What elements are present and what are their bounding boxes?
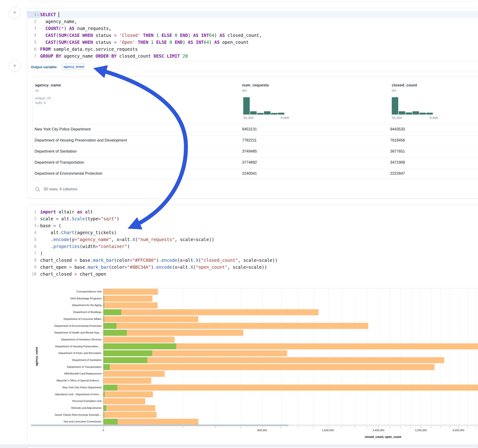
gridline — [411, 288, 411, 425]
histogram-bar — [399, 111, 405, 115]
bar-closed-count — [104, 296, 152, 302]
y-axis-label: Refunds and Adjustments — [27, 404, 101, 411]
y-axis-label: Personal Exemption Unit — [27, 398, 101, 404]
y-axis-label: New York City Police Department — [27, 384, 101, 391]
add-cell-button-top[interactable]: + — [9, 7, 21, 19]
gridline — [390, 288, 390, 425]
bar-open-count — [104, 343, 176, 349]
bar-open-count — [104, 316, 104, 322]
gridline — [342, 288, 342, 425]
bar-open-count — [104, 419, 118, 425]
column-name: num_requests — [242, 83, 269, 87]
table-row: Department of Transportation377489234719… — [33, 157, 478, 168]
line-number: 4 — [27, 32, 37, 39]
x-axis-tick — [378, 426, 379, 428]
gridline — [355, 288, 355, 425]
previous-cell-edge — [27, 0, 476, 1]
result-table-card: agency_namestrunique: 20nulls: 0num_requ… — [32, 76, 478, 179]
line-number: 3 — [27, 25, 37, 32]
y-axis-label: Operations Unit - Department of Hom… — [27, 391, 101, 398]
y-axis-label: Department of Consumer Affairs — [27, 316, 101, 322]
code-line: 6FROM sample_data.nyc.service_requests — [27, 46, 478, 53]
histogram-max-label: 9.5e6 — [281, 116, 289, 120]
histogram-bar — [250, 111, 257, 115]
x-axis-tick — [431, 426, 431, 428]
bar-closed-count — [104, 337, 175, 343]
cell-agency-name: Department of Transportation — [35, 160, 84, 165]
code-text: .encode(y="agency_name", x=alt.X("num_re… — [40, 236, 214, 243]
gridline — [281, 288, 281, 425]
x-axis-tick — [421, 426, 421, 428]
collapse-caret-icon[interactable]: ∨ — [37, 222, 40, 229]
gridline — [328, 288, 328, 425]
search-icon[interactable] — [35, 187, 40, 192]
column-name: agency_name — [35, 83, 61, 87]
y-axis-label: DHS Advantage Programs — [27, 295, 101, 302]
code-text: CAST(SUM(CASE WHEN status = 'Open' THEN … — [40, 39, 249, 46]
bar-closed-count — [104, 309, 318, 315]
x-axis-tick — [281, 426, 281, 428]
sql-code-editor[interactable]: 1∨SELECT 2 agency_name,3 COUNT(*) AS num… — [27, 11, 478, 59]
line-number: 1 — [27, 11, 37, 18]
column-meta: unique: 20 — [35, 96, 61, 100]
cell-value: 7782211 — [242, 138, 257, 143]
code-line: 4 CAST(SUM(CASE WHEN status = 'Closed' T… — [27, 32, 478, 39]
x-axis-tick-label: 4,000,000 — [453, 429, 464, 432]
line-number: 7 — [27, 53, 37, 59]
code-line: 7GROUP BY agency_name ORDER BY closed_co… — [27, 53, 478, 59]
y-axis-label: Department of Homeless Services — [27, 336, 101, 343]
code-text: .properties(width="container") — [40, 243, 130, 250]
line-number: 7 — [27, 250, 37, 257]
code-text: CAST(SUM(CASE WHEN status = 'Closed' THE… — [40, 32, 262, 39]
code-text: import altair as alt — [40, 208, 93, 215]
code-line: 5 CAST(SUM(CASE WHEN status = 'Open' THE… — [27, 39, 478, 46]
code-line: 9chart_open = base.mark_bar(color="#8BC3… — [27, 264, 478, 271]
output-variable-input[interactable]: agency_tickets — [62, 64, 84, 70]
collapse-caret-icon[interactable]: ∨ — [37, 11, 40, 18]
histogram-bar — [257, 113, 264, 115]
y-axis-label: Department of Sanitation — [27, 356, 101, 363]
chart-x-axis-title: closed_count, open_count — [365, 435, 401, 439]
code-text: FROM sample_data.nyc.service_requests — [40, 46, 138, 53]
column-header: agency_namestrunique: 20nulls: 0 — [35, 83, 61, 105]
code-text: alt.Chart(agency_tickets) — [40, 229, 117, 236]
chart-scrollbar-thumb[interactable] — [31, 424, 289, 426]
x-axis-tick-label: 3,200,000 — [415, 429, 427, 432]
python-code-editor[interactable]: 1import altair as alt2scale = alt.Scale(… — [27, 208, 478, 277]
cell-value: 9443533 — [390, 127, 405, 131]
code-text: chart_closed = base.mark_bar(color="#FFC… — [40, 257, 278, 264]
add-cell-button-output[interactable]: + — [9, 60, 21, 72]
x-axis-tick-label: 800,000 — [257, 429, 267, 432]
bar-closed-count — [104, 289, 158, 295]
x-axis-tick — [467, 426, 467, 428]
code-text: chart_closed + chart_open — [40, 271, 106, 277]
x-axis-tick — [103, 426, 104, 428]
gridline — [241, 288, 241, 425]
cell-value: 3677651 — [390, 149, 405, 154]
bar-closed-count — [104, 398, 145, 404]
column-type: i64 — [242, 89, 269, 92]
x-axis-tick-label: 0 — [103, 429, 104, 432]
bar-open-count — [104, 405, 106, 411]
gridline — [450, 288, 450, 425]
line-number: 5 — [27, 39, 37, 46]
cell-agency-name: New York City Police Department — [35, 127, 91, 131]
histogram-bar — [419, 113, 426, 115]
code-line: 1import altair as alt — [27, 208, 478, 215]
cell-value: 7618456 — [390, 138, 405, 143]
cell-value: 3774892 — [242, 160, 257, 165]
bar-closed-count — [104, 405, 155, 411]
code-text: scale = alt.Scale(type="sqrt") — [40, 215, 119, 222]
x-axis-tick — [298, 426, 298, 428]
python-cell-card: 1import altair as alt2scale = alt.Scale(… — [27, 205, 478, 445]
bar-open-count — [104, 364, 110, 370]
cell-agency-name: Department of Environmental Protection — [35, 171, 102, 176]
y-axis-label: Department of Parks and Recreation — [27, 350, 101, 356]
cell-agency-name: Department of Housing Preservation and D… — [35, 138, 127, 143]
y-axis-label: Department of Health and Mental Hyg… — [27, 329, 101, 336]
x-axis-tick — [216, 426, 216, 428]
row-column-count: 20 rows, 4 columns — [44, 187, 77, 192]
line-number: 3 — [27, 222, 37, 229]
divider — [27, 61, 478, 61]
gridline — [421, 288, 421, 425]
